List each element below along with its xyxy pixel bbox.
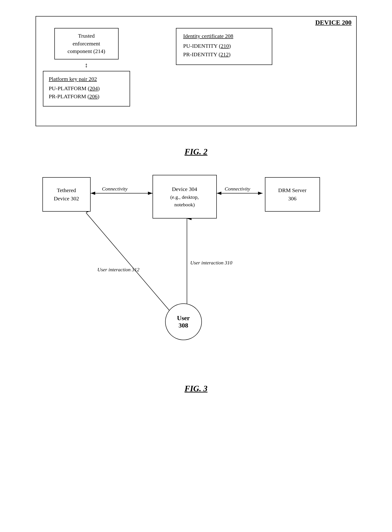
platform-key-ref1: 204 [90,85,98,91]
trusted-line1: Trusted [78,33,94,39]
fig2-inner-layout: Trusted enforcement component (214) ↕ Pl… [43,24,349,107]
platform-key-title: Platform key pair 202 [49,76,124,82]
platform-key-box: Platform key pair 202 PU-PLATFORM (204) … [43,71,130,107]
platform-key-section: Trusted enforcement component (214) ↕ Pl… [43,28,130,107]
identity-ref2: 212 [220,52,229,57]
user-line2: 308 [179,322,188,329]
trusted-enforcement-box: Trusted enforcement component (214) [54,28,119,59]
device-label: DEVICE 200 [315,19,352,26]
fig3-diagram: Tethered Device 302 Device 304 (e.g., de… [36,170,357,377]
platform-key-item2: PR-PLATFORM (206) [49,93,124,100]
user-interaction-310-text: User interaction 310 [190,260,232,266]
connectivity-text-2: Connectivity [225,186,250,192]
connectivity-text-1: Connectivity [102,186,127,192]
tethered-device-line2: Device 302 [54,194,79,203]
identity-cert-title: Identity certificate 208 [183,33,265,39]
user-interaction-312-text: User interaction 312 [98,267,140,273]
vertical-arrow: ↕ [85,59,88,71]
device304-line1: Device 304 [172,185,197,193]
connectivity-label-1: Connectivity [102,186,127,192]
fig3-label: FIG. 3 [14,384,378,393]
platform-key-item1: PU-PLATFORM (204) [49,85,124,92]
fig2-label: FIG. 2 [14,147,378,156]
device304-box: Device 304 (e.g., desktop, notebook) [153,175,217,218]
trusted-line3: component (214) [67,48,105,54]
user-line1: User [177,314,190,322]
drm-server-box: DRM Server 306 [265,177,320,212]
trusted-line2: enforcement [73,41,100,47]
user-interaction-310-label: User interaction 310 [190,260,232,266]
tethered-device-box: Tethered Device 302 [42,177,91,212]
tethered-device-line1: Tethered [57,186,76,194]
identity-cert-item1: PU-IDENTITY (210) [183,43,265,49]
platform-key-ref2: 206 [89,93,98,99]
device304-line3: notebook) [174,201,195,208]
identity-cert-box: Identity certificate 208 PU-IDENTITY (21… [176,28,272,65]
user-interaction-312-label: User interaction 312 [98,267,140,273]
fig3-section: Tethered Device 302 Device 304 (e.g., de… [36,170,357,377]
connectivity-label-2: Connectivity [225,186,250,192]
svg-line-7 [86,213,173,315]
identity-cert-section: Identity certificate 208 PU-IDENTITY (21… [176,28,272,65]
user-circle: User 308 [165,303,202,340]
identity-ref1: 210 [221,43,229,49]
identity-cert-item2: PR-IDENTITY (212) [183,52,265,58]
fig2-section: DEVICE 200 Trusted enforcement component… [14,9,378,133]
device-outer-box: DEVICE 200 Trusted enforcement component… [36,16,357,126]
drm-server-line2: 306 [288,194,297,203]
device304-line2: (e.g., desktop, [170,193,199,201]
drm-server-line1: DRM Server [278,186,306,194]
